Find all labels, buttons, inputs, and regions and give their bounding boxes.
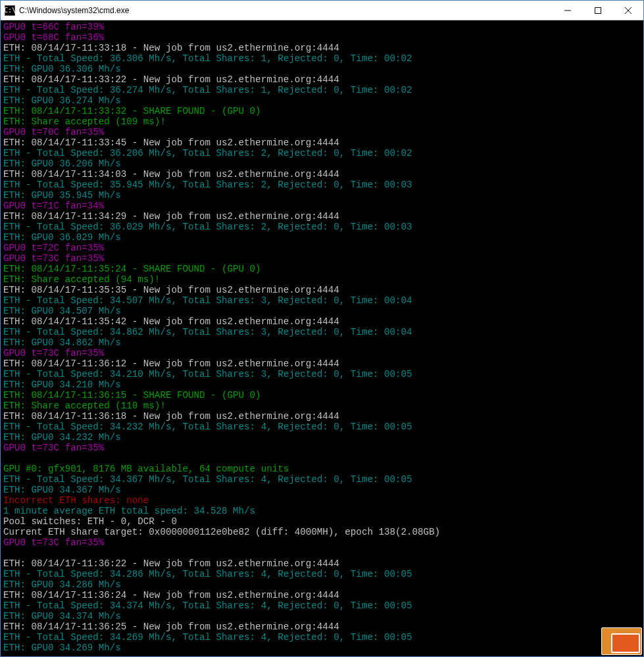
titlebar[interactable]: C:\ C:\Windows\system32\cmd.exe	[1, 1, 643, 20]
terminal-line: ETH: GPU0 36.274 Mh/s	[3, 95, 641, 106]
terminal-line: ETH: GPU0 34.269 Mh/s	[3, 643, 641, 653]
terminal-line: Pool switches: ETH - 0, DCR - 0	[3, 516, 641, 527]
app-icon: C:\	[5, 5, 15, 16]
cmd-window: C:\ C:\Windows\system32\cmd.exe GPU0 t=6…	[0, 0, 644, 657]
terminal-line: ETH: GPU0 34.286 Mh/s	[3, 579, 641, 590]
terminal-line: ETH: 08/14/17-11:33:32 - SHARE FOUND - (…	[3, 106, 641, 116]
terminal-line: ETH - Total Speed: 34.286 Mh/s, Total Sh…	[3, 569, 641, 579]
close-icon	[625, 7, 632, 14]
terminal-line: GPU0 t=71C fan=34%	[3, 201, 641, 211]
terminal-line: ETH: GPU0 34.862 Mh/s	[3, 337, 641, 348]
terminal-line: GPU0 t=73C fan=35%	[3, 253, 641, 264]
terminal-line: ETH: 08/14/17-11:35:42 - New job from us…	[3, 316, 641, 327]
terminal-line: ETH: 08/14/17-11:33:18 - New job from us…	[3, 43, 641, 53]
terminal-line: ETH: GPU0 34.210 Mh/s	[3, 379, 641, 390]
terminal-line: ETH: 08/14/17-11:36:25 - New job from us…	[3, 621, 641, 632]
terminal-line: ETH - Total Speed: 34.367 Mh/s, Total Sh…	[3, 474, 641, 485]
terminal-line: GPU0 t=73C fan=35%	[3, 537, 641, 548]
terminal-line: ETH: GPU0 36.306 Mh/s	[3, 64, 641, 74]
terminal-line: ETH: 08/14/17-11:34:29 - New job from us…	[3, 211, 641, 222]
terminal-line: ETH: 08/14/17-11:33:22 - New job from us…	[3, 74, 641, 85]
terminal-line: ETH - Total Speed: 36.029 Mh/s, Total Sh…	[3, 222, 641, 232]
terminal-line: ETH: GPU0 36.206 Mh/s	[3, 158, 641, 169]
terminal-line: GPU0 t=70C fan=35%	[3, 127, 641, 137]
terminal-line: GPU0 t=73C fan=35%	[3, 348, 641, 358]
terminal-line: ETH: 08/14/17-11:36:12 - New job from us…	[3, 358, 641, 369]
terminal-line: ETH: GPU0 34.367 Mh/s	[3, 485, 641, 495]
terminal-line: ETH: GPU0 34.374 Mh/s	[3, 611, 641, 621]
terminal-line: ETH: Share accepted (94 ms)!	[3, 274, 641, 285]
terminal-line: GPU0 t=68C fan=36%	[3, 32, 641, 43]
terminal-line: ETH: GPU0 34.232 Mh/s	[3, 432, 641, 443]
terminal-line: ETH: 08/14/17-11:35:35 - New job from us…	[3, 285, 641, 295]
terminal-line: GPU0 t=73C fan=35%	[3, 443, 641, 453]
terminal-line: ETH: GPU0 34.507 Mh/s	[3, 306, 641, 316]
terminal-line: ETH - Total Speed: 34.374 Mh/s, Total Sh…	[3, 600, 641, 611]
terminal-line: ETH - Total Speed: 36.306 Mh/s, Total Sh…	[3, 53, 641, 64]
terminal-line: ETH: 08/14/17-11:36:18 - New job from us…	[3, 411, 641, 422]
terminal-line: ETH: 08/14/17-11:36:15 - SHARE FOUND - (…	[3, 390, 641, 401]
terminal-line: ETH - Total Speed: 34.862 Mh/s, Total Sh…	[3, 327, 641, 337]
terminal-line: ETH - Total Speed: 36.206 Mh/s, Total Sh…	[3, 148, 641, 158]
window-title: C:\Windows\system32\cmd.exe	[19, 6, 553, 15]
terminal-line: ETH - Total Speed: 34.507 Mh/s, Total Sh…	[3, 295, 641, 306]
minimize-icon	[564, 7, 571, 14]
terminal-line: ETH: 08/14/17-11:36:22 - New job from us…	[3, 558, 641, 569]
svg-rect-0	[595, 7, 601, 13]
terminal-line: Current ETH share target: 0x0000000112e0…	[3, 527, 641, 537]
terminal-line: ETH - Total Speed: 34.210 Mh/s, Total Sh…	[3, 369, 641, 379]
terminal-line: ETH - Total Speed: 34.269 Mh/s, Total Sh…	[3, 632, 641, 643]
watermark-logo	[601, 627, 642, 655]
terminal-line	[3, 453, 641, 464]
maximize-button[interactable]	[583, 1, 613, 20]
maximize-icon	[595, 7, 601, 14]
terminal-line: ETH - Total Speed: 35.945 Mh/s, Total Sh…	[3, 180, 641, 190]
minimize-button[interactable]	[553, 1, 583, 20]
terminal-line: ETH: Share accepted (110 ms)!	[3, 401, 641, 411]
terminal-line: Incorrect ETH shares: none	[3, 495, 641, 506]
terminal-line: GPU0 t=72C fan=35%	[3, 243, 641, 253]
terminal-line	[3, 548, 641, 558]
terminal-line: ETH: 08/14/17-11:33:45 - New job from us…	[3, 137, 641, 148]
terminal-line: ETH: GPU0 35.945 Mh/s	[3, 190, 641, 201]
terminal-line: ETH - Total Speed: 36.274 Mh/s, Total Sh…	[3, 85, 641, 95]
terminal-line: GPU #0: gfx901, 8176 MB available, 64 co…	[3, 464, 641, 474]
terminal-line: ETH: 08/14/17-11:36:24 - New job from us…	[3, 590, 641, 600]
terminal-line: ETH - Total Speed: 34.232 Mh/s, Total Sh…	[3, 422, 641, 432]
terminal-line: 1 minute average ETH total speed: 34.528…	[3, 506, 641, 516]
terminal-line: ETH: 08/14/17-11:34:03 - New job from us…	[3, 169, 641, 180]
terminal-line: ETH: Share accepted (109 ms)!	[3, 116, 641, 127]
terminal-line: ETH: 08/14/17-11:35:24 - SHARE FOUND - (…	[3, 264, 641, 274]
terminal-line: ETH: GPU0 36.029 Mh/s	[3, 232, 641, 243]
close-button[interactable]	[613, 1, 643, 20]
terminal-output[interactable]: GPU0 t=66C fan=39%GPU0 t=68C fan=36%ETH:…	[1, 20, 643, 656]
terminal-line: GPU0 t=66C fan=39%	[3, 22, 641, 32]
